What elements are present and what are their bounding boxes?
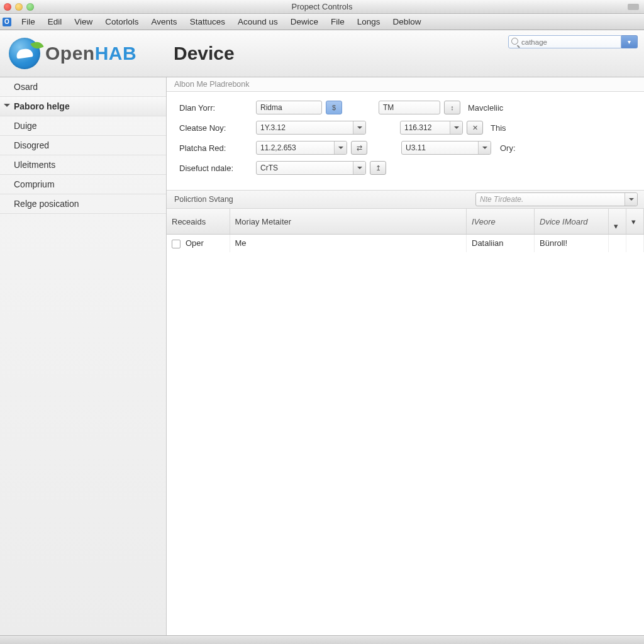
cell-text: Oper: [186, 238, 204, 248]
col-dvice[interactable]: Dvice IMoard: [535, 209, 609, 235]
device-table: Receaids Moriay Metaiter IVeore Dvice IM…: [167, 209, 644, 252]
combo-placeholder: Nte Tirdeate.: [480, 195, 523, 204]
search-box: ▾: [508, 35, 638, 48]
section-bar: Policrtion Svtang Nte Tirdeate.: [167, 190, 644, 209]
logo-badge-icon: [9, 38, 40, 69]
chevron-down-icon: [450, 121, 462, 134]
cell-drop1: [609, 235, 626, 252]
status-bar: [0, 635, 644, 644]
menu-statuses[interactable]: Stattuces: [184, 14, 231, 29]
combo-value: 116.312: [404, 123, 431, 132]
chevron-down-icon: [353, 121, 365, 134]
combo-platcha-2[interactable]: U3.11: [401, 141, 491, 155]
table-header-row: Receaids Moriay Metaiter IVeore Dvice IM…: [167, 209, 644, 235]
col-moriay[interactable]: Moriay Metaiter: [230, 209, 467, 235]
combo-cleatse-2[interactable]: 116.312: [400, 121, 463, 135]
input-tm[interactable]: [379, 101, 440, 114]
col-drop1[interactable]: ▾: [609, 209, 626, 235]
checkbox-icon[interactable]: [172, 240, 180, 248]
minimize-icon[interactable]: [15, 3, 23, 11]
app-logo: OpenHAB: [9, 38, 166, 69]
search-button[interactable]: ▾: [621, 35, 638, 48]
sidebar-item-paboro[interactable]: Paboro helge: [0, 97, 166, 116]
menu-about[interactable]: Acound us: [231, 14, 284, 29]
sidebar: Osard Paboro helge Duige Disogred Uleitm…: [0, 77, 167, 635]
cell-receaids: Oper: [167, 235, 230, 252]
form-row-1: Dlan Yorr: $ ↕ Mavcleliic: [179, 101, 635, 114]
chevron-down-icon: [625, 193, 637, 206]
upload-button[interactable]: ↥: [370, 161, 386, 175]
swap-button[interactable]: ⇄: [351, 141, 367, 155]
sort-button[interactable]: ↕: [444, 101, 460, 114]
chevron-down-icon: [334, 142, 347, 154]
breadcrumb: Albon Me Pladrebonk: [167, 77, 644, 92]
combo-value: 11.2,2.653: [260, 143, 296, 152]
section-label: Policrtion Svtang: [174, 195, 233, 204]
input-ridma[interactable]: [256, 101, 322, 114]
chevron-down-icon: [353, 162, 365, 174]
menu-file[interactable]: File: [15, 14, 42, 29]
menu-device[interactable]: Dewice: [284, 14, 325, 29]
page-title: Device: [174, 43, 235, 64]
cell-drop2: [626, 235, 644, 252]
form-row-3: Platcha Red: 11.2,2.653 ⇄ U3.11 Ory:: [179, 141, 635, 155]
menu-controls[interactable]: Cotorlols: [99, 14, 145, 29]
sidebar-item-osard[interactable]: Osard: [0, 77, 166, 97]
menu-view[interactable]: View: [68, 14, 99, 29]
cell-moriay: Me: [230, 235, 467, 252]
window-controls: [4, 3, 34, 11]
sidebar-item-comprium[interactable]: Comprium: [0, 175, 166, 194]
logo-text-accent: HAB: [95, 43, 137, 64]
menu-edit[interactable]: Edil: [42, 14, 69, 29]
menu-file2[interactable]: File: [325, 14, 351, 29]
clear-button[interactable]: ✕: [467, 121, 483, 135]
col-iveore[interactable]: IVeore: [467, 209, 535, 235]
search-input[interactable]: [508, 35, 621, 48]
window-title: Propect Controls: [0, 2, 644, 11]
sidebar-item-relge[interactable]: Relge posication: [0, 194, 166, 214]
menubar: O File Edil View Cotorlols Avents Stattu…: [0, 14, 644, 30]
form-row-4: Disefuct ndale: CrTS ↥: [179, 161, 635, 175]
search-icon: [511, 38, 518, 45]
section-combo[interactable]: Nte Tirdeate.: [475, 192, 638, 206]
combo-disefuct[interactable]: CrTS: [256, 161, 366, 175]
sidebar-item-disogred[interactable]: Disogred: [0, 136, 166, 155]
currency-button[interactable]: $: [326, 101, 342, 114]
combo-platcha-1[interactable]: 11.2,2.653: [256, 141, 347, 155]
app-icon[interactable]: O: [3, 18, 11, 26]
chevron-down-icon: [478, 142, 491, 154]
form-row-2: Cleatse Noy: 1Y.3.12 116.312 ✕ This: [179, 121, 635, 135]
label-dlan-yorr: Dlan Yorr:: [179, 103, 256, 113]
menu-debug[interactable]: Deblow: [387, 14, 428, 29]
cell-dvice: Bünroll!: [535, 235, 609, 252]
menu-events[interactable]: Avents: [145, 14, 184, 29]
label-ory: Ory:: [500, 143, 516, 153]
cell-iveore: Dataliian: [467, 235, 535, 252]
logo-text: OpenHAB: [45, 43, 136, 64]
label-disefuct: Disefuct ndale:: [179, 164, 256, 173]
close-icon[interactable]: [4, 3, 11, 11]
label-mavclelic: Mavcleliic: [468, 103, 503, 113]
header: OpenHAB Device ▾: [0, 30, 644, 77]
sidebar-item-uleitments[interactable]: Uleitments: [0, 155, 166, 175]
combo-value: U3.11: [406, 143, 426, 152]
combo-value: 1Y.3.12: [260, 123, 286, 132]
label-cleatse: Cleatse Noy:: [179, 123, 256, 133]
label-platcha: Platcha Red:: [179, 143, 256, 153]
logo-text-main: Open: [45, 43, 95, 64]
table-row[interactable]: Oper Me Dataliian Bünroll!: [167, 235, 644, 252]
combo-value: CrTS: [260, 164, 278, 172]
menu-logs[interactable]: Longs: [351, 14, 387, 29]
main-pane: Albon Me Pladrebonk Dlan Yorr: $ ↕ Mavcl…: [167, 77, 644, 635]
combo-cleatse-1[interactable]: 1Y.3.12: [256, 121, 366, 135]
label-this: This: [491, 123, 506, 133]
form-area: Dlan Yorr: $ ↕ Mavcleliic Cleatse Noy: 1…: [167, 92, 644, 184]
window-proxy-icon: [628, 4, 639, 10]
col-receaids[interactable]: Receaids: [167, 209, 230, 235]
window-titlebar: Propect Controls: [0, 0, 644, 14]
zoom-icon[interactable]: [26, 3, 34, 11]
sidebar-item-duige[interactable]: Duige: [0, 116, 166, 136]
col-drop2[interactable]: ▾: [626, 209, 644, 235]
